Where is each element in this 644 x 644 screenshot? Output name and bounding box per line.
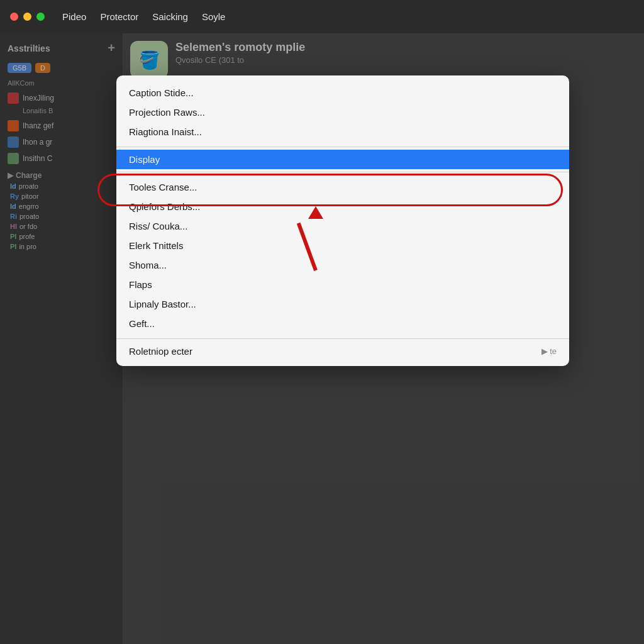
traffic-lights bbox=[10, 13, 45, 21]
menu-item-protector[interactable]: Protector bbox=[100, 11, 138, 22]
menu-item-riagtiona[interactable]: Riagtiona Inaist... bbox=[116, 122, 569, 142]
minimize-button[interactable] bbox=[23, 13, 31, 21]
menu-item-saicking[interactable]: Saicking bbox=[152, 11, 188, 22]
menu-section-1: Caption Stide... Projection Raws... Riag… bbox=[116, 80, 569, 144]
menu-section-2: Tooles Cranse... Qpiefors Derbs... Riss/… bbox=[116, 175, 569, 336]
menu-item-shoma[interactable]: Shoma... bbox=[116, 255, 569, 275]
menu-item-projection-raws[interactable]: Projection Raws... bbox=[116, 103, 569, 122]
menu-item-lipnaly[interactable]: Lipnaly Bastor... bbox=[116, 294, 569, 314]
menu-item-caption-stide[interactable]: Caption Stide... bbox=[116, 83, 569, 103]
title-bar: Pideo Protector Saicking Soyle bbox=[0, 0, 644, 33]
menu-item-riss-couka[interactable]: Riss/ Couka... bbox=[116, 216, 569, 236]
menu-item-flaps[interactable]: Flaps bbox=[116, 275, 569, 294]
menu-item-soyle[interactable]: Soyle bbox=[202, 11, 226, 22]
close-button[interactable] bbox=[10, 13, 18, 21]
menu-divider-3 bbox=[116, 338, 569, 339]
menu-item-qpiefors[interactable]: Qpiefors Derbs... bbox=[116, 197, 569, 216]
menu-divider-2 bbox=[116, 172, 569, 172]
maximize-button[interactable] bbox=[36, 13, 45, 21]
menu-item-pideo[interactable]: Pideo bbox=[62, 11, 86, 22]
menu-item-display[interactable]: Display bbox=[116, 150, 569, 169]
dropdown-menu: Caption Stide... Projection Raws... Riag… bbox=[116, 75, 569, 366]
menu-divider-1 bbox=[116, 147, 569, 147]
menu-item-roletniop[interactable]: Roletniop ecter ▶ te bbox=[116, 341, 569, 361]
menu-item-tooles-cranse[interactable]: Tooles Cranse... bbox=[116, 177, 569, 197]
menu-shortcut: ▶ te bbox=[541, 347, 557, 356]
menu-item-elerk[interactable]: Elerk Tnittels bbox=[116, 236, 569, 255]
menu-item-geft[interactable]: Geft... bbox=[116, 314, 569, 333]
menu-bar: Pideo Protector Saicking Soyle bbox=[62, 11, 225, 22]
